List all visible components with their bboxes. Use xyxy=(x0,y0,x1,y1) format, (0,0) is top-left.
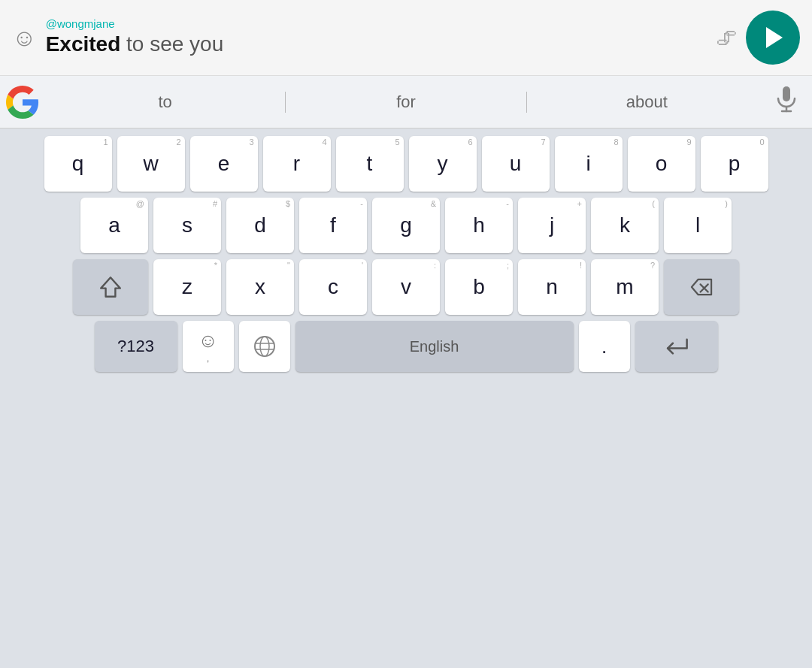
key-n[interactable]: !n xyxy=(518,259,586,315)
key-o[interactable]: 9o xyxy=(628,136,695,192)
hint-4: 4 xyxy=(322,138,326,147)
svg-marker-3 xyxy=(101,277,120,297)
send-arrow-icon xyxy=(766,27,783,48)
key-t[interactable]: 5t xyxy=(336,136,404,192)
suggestions-list: to for about xyxy=(45,92,767,113)
key-f[interactable]: -f xyxy=(299,198,367,253)
suggestion-about[interactable]: about xyxy=(527,92,767,112)
hint-7: 7 xyxy=(541,138,545,147)
key-a[interactable]: @a xyxy=(80,198,148,253)
period-label: . xyxy=(601,337,607,356)
hint-dquote: " xyxy=(287,261,290,270)
hint-1: 1 xyxy=(103,138,108,147)
hint-dollar: $ xyxy=(286,200,290,208)
hint-minus: - xyxy=(360,200,363,208)
hint-plus: + xyxy=(577,200,582,208)
key-m[interactable]: ?m xyxy=(591,259,659,315)
key-x[interactable]: "x xyxy=(226,259,294,315)
top-bar: ☺ @wongmjane Excited to see you 🖇 xyxy=(0,0,812,76)
hint-at: @ xyxy=(136,200,144,208)
key-v[interactable]: :v xyxy=(372,259,440,315)
globe-key[interactable] xyxy=(239,321,290,372)
hint-amp: & xyxy=(431,200,436,208)
suggestions-bar: to for about xyxy=(0,76,812,128)
hint-excl: ! xyxy=(580,261,582,270)
hint-hash: # xyxy=(213,200,217,208)
key-d[interactable]: $d xyxy=(226,198,294,253)
shift-icon xyxy=(98,275,123,299)
svg-point-7 xyxy=(260,337,269,356)
keyboard: 1q 2w 3e 4r 5t 6y 7u 8i 9o 0p @a #s $d -… xyxy=(0,128,812,668)
hint-minus2: - xyxy=(506,200,509,208)
key-s[interactable]: #s xyxy=(153,198,221,253)
google-logo-icon xyxy=(6,86,39,119)
backspace-icon xyxy=(689,277,714,298)
key-row-3: *z "x 'c :v ;b !n ?m xyxy=(5,259,807,315)
hint-colon: : xyxy=(434,261,436,270)
svg-rect-0 xyxy=(783,86,790,101)
hint-star: * xyxy=(214,261,217,270)
hint-6: 6 xyxy=(468,138,472,147)
space-label: English xyxy=(410,339,459,354)
suggestion-to[interactable]: to xyxy=(45,92,285,112)
key-g[interactable]: &g xyxy=(372,198,440,253)
key-i[interactable]: 8i xyxy=(555,136,623,192)
svg-point-6 xyxy=(255,337,274,356)
space-key[interactable]: English xyxy=(295,321,574,372)
hint-5: 5 xyxy=(395,138,399,147)
microphone-icon[interactable] xyxy=(767,86,806,118)
key-j[interactable]: +j xyxy=(518,198,586,253)
key-row-1: 1q 2w 3e 4r 5t 6y 7u 8i 9o 0p xyxy=(5,136,807,192)
key-row-2: @a #s $d -f &g -h +j (k )l xyxy=(5,198,807,253)
hint-8: 8 xyxy=(614,138,618,147)
globe-icon xyxy=(253,335,276,358)
numbers-label: ?123 xyxy=(117,338,154,355)
hint-0: 0 xyxy=(759,138,764,147)
period-key[interactable]: . xyxy=(579,321,630,372)
emoji-icon[interactable]: ☺ xyxy=(12,24,37,52)
numbers-key[interactable]: ?123 xyxy=(95,321,177,372)
username: @wongmjane xyxy=(46,17,707,31)
backspace-key[interactable] xyxy=(664,259,739,315)
key-row-bottom: ?123 ☺ , English . xyxy=(5,321,807,372)
key-p[interactable]: 0p xyxy=(701,136,768,192)
emoji-key[interactable]: ☺ , xyxy=(183,321,234,372)
send-button[interactable] xyxy=(746,11,800,65)
key-q[interactable]: 1q xyxy=(44,136,112,192)
hint-semi: ; xyxy=(507,261,509,270)
key-r[interactable]: 4r xyxy=(263,136,331,192)
message-input-area[interactable]: @wongmjane Excited to see you xyxy=(46,17,707,58)
hint-lparen: ( xyxy=(652,200,655,208)
hint-quest: ? xyxy=(650,261,655,270)
key-b[interactable]: ;b xyxy=(445,259,513,315)
message-light: to see you xyxy=(120,32,223,56)
key-e[interactable]: 3e xyxy=(190,136,258,192)
hint-3: 3 xyxy=(249,138,253,147)
attachment-icon[interactable]: 🖇 xyxy=(716,26,737,50)
message-bold: Excited xyxy=(46,32,121,56)
enter-key[interactable] xyxy=(635,321,718,372)
key-u[interactable]: 7u xyxy=(482,136,550,192)
key-w[interactable]: 2w xyxy=(117,136,185,192)
key-k[interactable]: (k xyxy=(591,198,659,253)
key-z[interactable]: *z xyxy=(153,259,221,315)
message-text: Excited to see you xyxy=(46,31,707,58)
hint-9: 9 xyxy=(686,138,691,147)
key-c[interactable]: 'c xyxy=(299,259,367,315)
suggestion-for[interactable]: for xyxy=(286,92,526,112)
emoji-face-icon: ☺ xyxy=(198,329,218,352)
hint-2: 2 xyxy=(176,138,180,147)
shift-key[interactable] xyxy=(73,259,148,315)
hint-squote: ' xyxy=(362,261,363,270)
key-l[interactable]: )l xyxy=(664,198,732,253)
key-y[interactable]: 6y xyxy=(409,136,477,192)
hint-rparen: ) xyxy=(725,200,728,208)
key-h[interactable]: -h xyxy=(445,198,513,253)
enter-icon xyxy=(664,335,689,358)
